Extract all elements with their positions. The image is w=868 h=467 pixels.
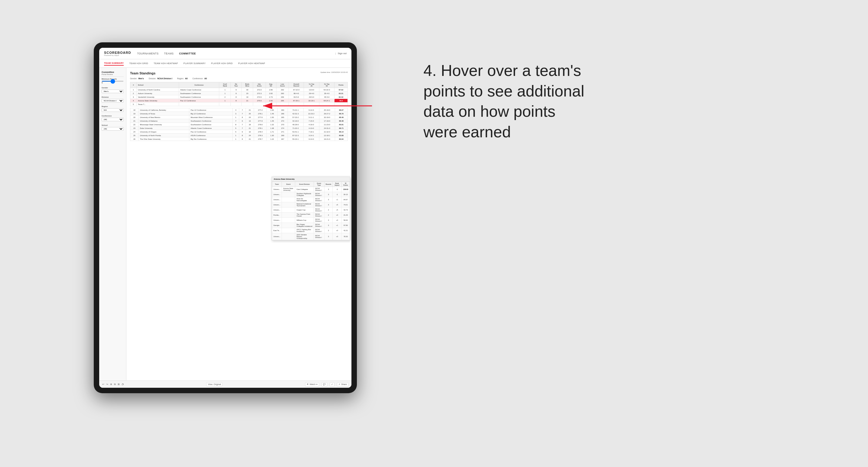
left-sidebar: Committee Portal Review Minimum Rounds 5… — [99, 68, 126, 380]
logo-sub: Powered by clippd — [104, 55, 131, 56]
list-item: Univers...2023 Sahalee Players Champions… — [272, 233, 350, 240]
table-row[interactable]: 26The Ohio State UniversityBig Ten Confe… — [130, 137, 348, 141]
table-row[interactable]: 25University of North FloridaASUN Confer… — [130, 134, 348, 137]
report-title: Team Standings — [130, 71, 155, 75]
filter-row: Gender: Men's Division: NCAA Division I … — [130, 77, 348, 80]
division-select[interactable]: NCAA Division I — [102, 99, 124, 102]
copy-icon[interactable]: ⧉ — [114, 383, 116, 386]
table-row[interactable]: 2 Auburn University Southeastern Confere… — [130, 92, 348, 95]
col-vs25: Vs Top25 — [304, 82, 319, 88]
sub-nav-player-h2h-heatmap[interactable]: PLAYER H2H HEATMAP — [238, 61, 265, 65]
table-row[interactable]: 1 University of North Carolina Atlantic … — [130, 88, 348, 92]
tt-col-rank: Rank Impact — [333, 182, 341, 187]
toolbar-left: ↩ ↪ ⊕ ⧉ ⊞ ◔ — [102, 383, 124, 386]
clock-icon[interactable]: ◔ — [122, 383, 124, 386]
list-item: Univers...Amer Art IntercollegiateNCAA D… — [272, 197, 350, 203]
watch-button[interactable]: 👁 Watch ▾ — [305, 382, 319, 386]
portal-header: Committee Portal Review — [102, 71, 124, 75]
sub-nav-team-h2h-heatmap[interactable]: TEAM H2H HEATMAP — [154, 61, 178, 65]
sign-out-sep: | — [335, 52, 336, 55]
bottom-toolbar: ↩ ↪ ⊕ ⧉ ⊞ ◔ View: Original 👁 Watch ▾ 💬 ⤢ — [99, 380, 351, 388]
table-row[interactable]: 20University of New MexicoMountain West … — [130, 116, 348, 119]
col-bnds: BndsWins — [241, 82, 253, 88]
tt-col-team: Team — [272, 182, 282, 187]
report-header: Team Standings Update time: 13/03/2024 1… — [130, 71, 348, 75]
sub-nav-player-summary[interactable]: PLAYER SUMMARY — [184, 61, 206, 65]
sidebar-conference: Conference (All) — [102, 115, 124, 121]
sign-out-button[interactable]: Sign out — [338, 52, 347, 55]
share-button[interactable]: ↗ Share — [337, 382, 348, 386]
table-row-highlighted[interactable]: 4 Arizona State University Pac-12 Confer… — [130, 99, 348, 102]
watch-icon: 👁 — [307, 383, 309, 385]
comment-button[interactable]: 💬 — [321, 382, 327, 386]
sidebar-school: School (All) — [102, 124, 124, 131]
gender-select[interactable]: Men's — [102, 90, 124, 93]
nav-item-tournaments[interactable]: TOURNAMENTS — [137, 51, 158, 56]
list-item: Univers...National Invitational Tourname… — [272, 203, 350, 208]
logo-text: SCOREBOARD — [104, 51, 131, 55]
nav-items: TOURNAMENTS TEAMS COMMITTEE — [137, 51, 335, 56]
top-nav: SCOREBOARD Powered by clippd TOURNAMENTS… — [99, 48, 351, 59]
standings-table-lower: 18University of California, BerkeleyPac-… — [130, 108, 348, 141]
list-item: East Te...OFCC Fighting Illini Invitatio… — [272, 228, 350, 233]
update-time: Update time: 13/03/2024 10:03:42 — [320, 71, 348, 73]
undo-icon[interactable]: ↩ — [102, 383, 104, 386]
table-row[interactable]: 24University of OregonPac-12 Conference5… — [130, 130, 348, 134]
col-conf-rank: ConfRank — [219, 82, 231, 88]
redo-icon[interactable]: ↪ — [106, 383, 108, 386]
main-content: Team Standings Update time: 13/03/2024 1… — [126, 68, 351, 380]
standings-table: # School Conference ConfRank NoTour Bnds… — [130, 82, 348, 106]
col-tours: NoTour — [231, 82, 241, 88]
portal-title: Committee — [102, 71, 124, 73]
tooltip-table: Team Event Event Division Event Type Rou… — [272, 182, 350, 240]
sidebar-division: Division NCAA Division I — [102, 96, 124, 102]
annotation-area: 4. Hover over a team's points to see add… — [363, 0, 726, 467]
conference-select[interactable]: (All) — [102, 118, 124, 121]
table-row[interactable]: 22Mississippi State UniversitySoutheaste… — [130, 123, 348, 126]
filter-region: Region: All — [177, 77, 187, 80]
toolbar-right: 👁 Watch ▾ 💬 ⤢ ↗ Share — [305, 382, 348, 386]
col-points: Points — [335, 82, 348, 88]
table-row[interactable]: 19University of TexasBig 12 Conference37… — [130, 112, 348, 116]
school-label: School — [102, 124, 124, 126]
nav-item-committee[interactable]: COMMITTEE — [179, 51, 196, 56]
col-vs50: Vs Top50 — [319, 82, 334, 88]
sub-nav-team-h2h-grid[interactable]: TEAM H2H GRID — [129, 61, 148, 65]
tooltip-header: Arizona State University — [272, 177, 350, 182]
annotation-text: 4. Hover over a team's points to see add… — [424, 61, 593, 142]
list-item: Univers...Arizona State UniversityCato C… — [272, 187, 350, 192]
school-select[interactable]: (All) — [102, 127, 124, 131]
filter-division: Division: NCAA Division I — [149, 77, 173, 80]
toolbar-center: View: Original — [206, 382, 222, 386]
col-conf: Conference — [179, 82, 219, 88]
col-rank: # — [130, 82, 137, 88]
region-select[interactable]: N/A — [102, 108, 124, 112]
view-original-button[interactable]: View: Original — [206, 382, 222, 386]
list-item: Univers...Southern Highlands CollegiateN… — [272, 192, 350, 197]
sidebar-gender: Gender Men's — [102, 87, 124, 93]
tablet-screen: SCOREBOARD Powered by clippd TOURNAMENTS… — [99, 48, 351, 388]
tt-col-points: W Points — [341, 182, 350, 187]
table-row[interactable]: 3 Vanderbilt University Southeastern Con… — [130, 95, 348, 99]
content-area: Committee Portal Review Minimum Rounds 5… — [99, 68, 351, 380]
table-row[interactable]: 18University of California, BerkeleyPac-… — [130, 108, 348, 112]
table-row[interactable]: 23Duke UniversityAtlantic Coast Conferen… — [130, 126, 348, 130]
tt-col-type: Event Type — [314, 182, 324, 187]
filter-gender: Gender: Men's — [130, 77, 144, 80]
zoom-icon[interactable]: ⊕ — [110, 383, 112, 386]
division-label: Division — [102, 96, 124, 98]
sub-nav-player-h2h-grid[interactable]: PLAYER H2H GRID — [211, 61, 232, 65]
list-item: GeorgiaBen Hogan Collegiate Invitational… — [272, 223, 350, 228]
filter-icon[interactable]: ⊞ — [118, 383, 120, 386]
list-item: Univers...Williams CupNCAA Division I3+0… — [272, 218, 350, 223]
tablet-frame: SCOREBOARD Powered by clippd TOURNAMENTS… — [94, 42, 357, 393]
fullscreen-button[interactable]: ⤢ — [330, 382, 335, 386]
sub-nav-team-summary[interactable]: TEAM SUMMARY — [104, 61, 124, 66]
table-row[interactable]: 5 Texas T... — [130, 102, 348, 106]
conference-label: Conference — [102, 115, 124, 117]
min-rounds-slider[interactable] — [102, 81, 124, 82]
tt-col-rounds: Rounds — [324, 182, 333, 187]
nav-item-teams[interactable]: TEAMS — [164, 51, 174, 56]
table-row[interactable]: 21University of AlabamaSoutheastern Conf… — [130, 119, 348, 123]
sidebar-min-rounds: Minimum Rounds 5 — [102, 78, 124, 84]
